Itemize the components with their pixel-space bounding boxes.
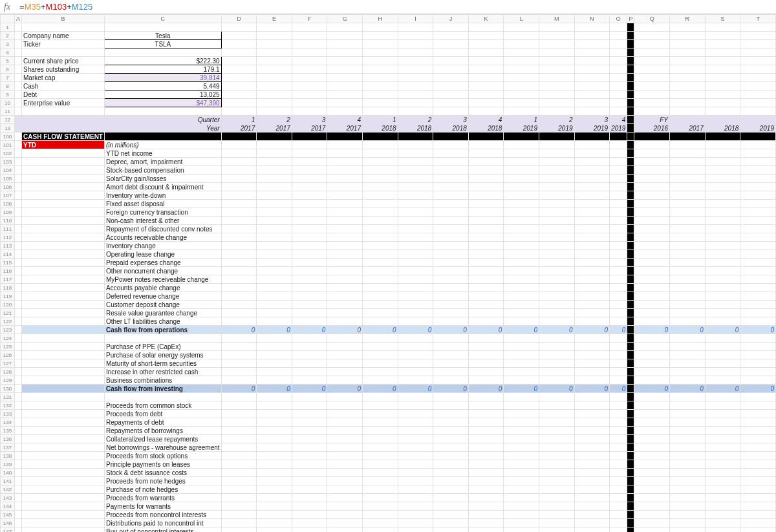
line-item: Customer deposit change (104, 301, 221, 309)
line-item: Other LT liabilities change (104, 317, 221, 326)
line-item: Amort debt discount & impairment (104, 183, 221, 191)
value-company-name[interactable]: Tesla (104, 32, 221, 40)
line-item: Proceeds from warrants (104, 494, 221, 502)
line-item: SolarCity gain/losses (104, 175, 221, 183)
line-item: Foreign currency transaction (104, 208, 221, 217)
line-item: Buy-out of noncontrol interests (104, 527, 221, 533)
line-item: Stock & debt issuance costs (104, 469, 221, 477)
line-item: Purchase of solar energy systems (104, 351, 221, 359)
line-item: Non-cash interest & other (104, 217, 221, 225)
line-item: Payments for warrants (104, 502, 221, 511)
line-item: Fixed asset disposal (104, 200, 221, 208)
line-item: Repayment of discounted conv notes (104, 225, 221, 233)
line-item: Repayments of borrowings (104, 427, 221, 435)
line-item: Principle payments on leases (104, 460, 221, 469)
cf-investing: Cash flow from investing (104, 385, 221, 393)
line-item: Accounts receivable change (104, 233, 221, 242)
section-cashflow: CASH FLOW STATEMENT (22, 133, 105, 141)
line-item: Purchase of PPE (CapEx) (104, 343, 221, 351)
line-item: Repayments of debt (104, 418, 221, 427)
formula-input[interactable]: =M35+M103+M125 (19, 2, 92, 12)
label-ticker: Ticker (22, 40, 105, 48)
line-item: Operating lease change (104, 250, 221, 259)
line-item: Proceeds from stock options (104, 452, 221, 460)
line-item: Accounts payable change (104, 284, 221, 292)
line-item: Increase in other restricted cash (104, 368, 221, 376)
line-item: Proceeds from noncontrol interests (104, 511, 221, 519)
line-item: Net borrowings - warehouse agreement (104, 443, 221, 452)
line-item: Other noncurrent change (104, 267, 221, 275)
line-item: Inventory change (104, 242, 221, 250)
cf-operations: Cash flow from operations (104, 326, 221, 334)
line-item: MyPower notes receiveable change (104, 275, 221, 284)
formula-bar[interactable]: fx =M35+M103+M125 (0, 0, 776, 14)
sheet-grid[interactable]: ABC DEF GHI JKL MNO PQR ST 12Company nam… (0, 14, 776, 532)
line-item: Proceeds from note hedges (104, 477, 221, 485)
line-item: YTD net income (104, 149, 221, 158)
line-item: Inventory write-down (104, 191, 221, 200)
line-item: Proceeds from common stock (104, 401, 221, 410)
line-item: Collateralized lease repayments (104, 435, 221, 443)
line-item: Distributions paid to noncontrol int (104, 519, 221, 527)
line-item: Maturity of short-term securities (104, 359, 221, 368)
fx-icon: fx (4, 2, 10, 12)
line-item: Resale value guarantee change (104, 309, 221, 317)
line-item: Purchase of note hedges (104, 485, 221, 494)
line-item: Prepaid expenses change (104, 259, 221, 267)
line-item: Deferred revenue change (104, 292, 221, 301)
line-item: Stock-based compensation (104, 166, 221, 175)
value-ticker[interactable]: TSLA (104, 40, 221, 48)
ytd-label: YTD (22, 141, 105, 149)
line-item: Proceeds from debt (104, 410, 221, 418)
line-item: Deprec, amort, impairment (104, 158, 221, 166)
line-item: Business combinations (104, 376, 221, 385)
label-company-name: Company name (22, 32, 105, 40)
column-headers: ABC DEF GHI JKL MNO PQR ST (1, 15, 776, 23)
